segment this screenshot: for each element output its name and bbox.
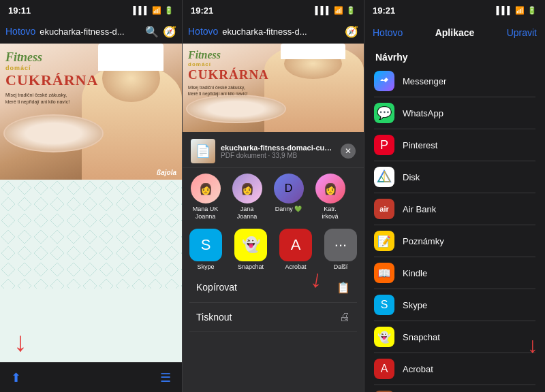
cukrarna-text-1: CUKRÁRNA bbox=[5, 71, 98, 89]
domaci-text-1: domácí bbox=[5, 65, 98, 71]
pattern-area-1: ↓ bbox=[0, 180, 182, 362]
fitness-text-1: Fitness bbox=[5, 50, 98, 65]
skype-list-icon: S bbox=[374, 295, 394, 315]
list-item-snapchat[interactable]: 👻 Snapchat bbox=[364, 321, 545, 353]
app-more[interactable]: ··· Další bbox=[324, 229, 357, 270]
status-bar-2: 19:21 ▌▌▌ 📶 🔋 bbox=[183, 0, 364, 19]
skype-list-name: Skype bbox=[403, 300, 427, 310]
snapchat-list-icon: 👻 bbox=[374, 327, 394, 347]
acrobat-list-icon: A bbox=[374, 359, 394, 379]
app-list: Messenger 💬 WhatsApp P Pinterest Disk bbox=[364, 65, 545, 392]
status-icons-1: ▌▌▌ 📶 🔋 bbox=[134, 6, 174, 15]
list-item-airbank[interactable]: air Air Bank bbox=[364, 193, 545, 225]
contact-name-danny: Danny 💚 bbox=[275, 206, 302, 213]
upravit-button[interactable]: Upravit bbox=[507, 27, 537, 38]
time-3: 19:21 bbox=[373, 5, 395, 16]
pinterest-name: Pinterest bbox=[403, 140, 437, 150]
section-header: Návrhy bbox=[364, 46, 545, 65]
back-button-1[interactable]: Hotovo bbox=[5, 26, 35, 37]
app-label-snapchat: Snapchat bbox=[238, 263, 264, 270]
file-info: ekucharka-fitness-domaci-cukra... PDF do… bbox=[221, 144, 335, 159]
search-icon-1[interactable]: 🔍 bbox=[145, 25, 159, 38]
status-icons-2: ▌▌▌ 📶 🔋 bbox=[315, 6, 356, 15]
disk-name: Disk bbox=[403, 172, 420, 182]
acrobat-icon: A bbox=[279, 229, 312, 261]
list-item-kindle[interactable]: 📖 Kindle bbox=[364, 257, 545, 289]
panel-3: 19:21 ▌▌▌ 📶 🔋 Hotovo Aplikace Upravit Ná… bbox=[364, 0, 545, 392]
contact-name-mana: Mana UKJoanna bbox=[193, 206, 219, 220]
more-icon: ··· bbox=[324, 229, 357, 261]
wifi-icon-3: 📶 bbox=[515, 6, 525, 15]
svg-marker-4 bbox=[384, 171, 390, 182]
wifi-icon-1: 📶 bbox=[152, 6, 161, 15]
copy-label: Kopírovat bbox=[196, 282, 237, 293]
print-label: Tisknout bbox=[196, 312, 232, 323]
svg-rect-1 bbox=[0, 180, 182, 289]
close-button[interactable]: ✕ bbox=[341, 144, 356, 159]
signal-icon-3: ▌▌▌ bbox=[497, 6, 512, 14]
list-item-skype[interactable]: S Skype bbox=[364, 289, 545, 321]
contact-name-katrina: Katr.irková bbox=[322, 206, 338, 220]
poznamky-list-icon: 📝 bbox=[374, 231, 394, 251]
pinterest-list-icon: P bbox=[374, 135, 394, 155]
contact-name-jana: JanaJoanna bbox=[237, 206, 258, 220]
kindle-name: Kindle bbox=[403, 268, 427, 278]
print-icon: 🖨 bbox=[339, 311, 350, 323]
bottom-toolbar-1: ⬆ ☰ bbox=[0, 362, 182, 392]
app-snapchat[interactable]: 👻 Snapchat bbox=[234, 229, 267, 270]
red-arrow-3: ↓ bbox=[527, 333, 538, 358]
list-icon-1[interactable]: ☰ bbox=[160, 370, 171, 385]
skype-icon: S bbox=[189, 229, 222, 261]
domaci-text-2: domácí bbox=[188, 61, 269, 67]
list-item-whatsapp[interactable]: 💬 WhatsApp bbox=[364, 97, 545, 129]
list-item-messenger[interactable]: Messenger bbox=[364, 65, 545, 97]
avatar-katrina: 👩 bbox=[315, 174, 345, 203]
app-skype[interactable]: S Skype bbox=[189, 229, 222, 270]
copy-action[interactable]: Kopírovat 📋 bbox=[189, 273, 357, 303]
app-label-skype: Skype bbox=[197, 263, 214, 270]
list-item-pinterest[interactable]: P Pinterest bbox=[364, 129, 545, 161]
app-acrobat[interactable]: A Acrobat bbox=[279, 229, 312, 270]
messenger-list-icon bbox=[374, 71, 394, 91]
logo-1: ßajola bbox=[157, 169, 176, 176]
nav-title-2: ekucharka-fitness-d... bbox=[222, 27, 341, 37]
poznamky-name: Poznámky bbox=[403, 236, 444, 246]
whatsapp-list-icon: 💬 bbox=[374, 103, 394, 123]
fitness-text-2: Fitness bbox=[188, 49, 269, 61]
contact-katrina[interactable]: 👩 Katr.irková bbox=[311, 174, 349, 220]
whatsapp-name: WhatsApp bbox=[403, 108, 443, 118]
red-arrow-2: ↓ bbox=[311, 265, 323, 293]
file-meta: PDF dokument · 33,9 MB bbox=[221, 152, 335, 159]
cukrarna-text-2: CUKRÁRNA bbox=[188, 67, 269, 82]
hotovo-button[interactable]: Hotovo bbox=[373, 27, 403, 38]
print-action[interactable]: Tisknout 🖨 bbox=[189, 303, 357, 332]
share-header: 📄 ekucharka-fitness-domaci-cukra... PDF … bbox=[183, 132, 364, 168]
compass-icon-2[interactable]: 🧭 bbox=[345, 25, 358, 38]
nav-bar-3: Hotovo Aplikace Upravit bbox=[364, 19, 545, 46]
snapchat-list-name: Snapchat bbox=[403, 332, 440, 342]
list-item-acrobat[interactable]: A Acrobat ↓ bbox=[364, 353, 545, 385]
subtitle-1: Mlsej tradiční české zákusky, které ti n… bbox=[5, 92, 98, 105]
share-actions: Kopírovat 📋 Tisknout 🖨 bbox=[183, 273, 364, 332]
battery-icon-3: 🔋 bbox=[527, 6, 537, 15]
contact-jana[interactable]: 👩 JanaJoanna bbox=[228, 174, 266, 220]
share-icon-1[interactable]: ⬆ bbox=[11, 370, 21, 385]
status-bar-3: 19:21 ▌▌▌ 📶 🔋 bbox=[364, 0, 545, 19]
contact-mana[interactable]: 👩 Mana UKJoanna bbox=[187, 174, 224, 220]
compass-icon-1[interactable]: 🧭 bbox=[163, 25, 176, 38]
signal-icon-1: ▌▌▌ bbox=[134, 6, 149, 14]
copy-icon: 📋 bbox=[337, 281, 350, 294]
file-name: ekucharka-fitness-domaci-cukra... bbox=[221, 144, 335, 152]
list-item-poznamky[interactable]: 📝 Poznámky bbox=[364, 225, 545, 257]
file-thumb: 📄 bbox=[191, 139, 215, 163]
snapchat-icon: 👻 bbox=[234, 229, 267, 261]
pattern-overlay bbox=[0, 180, 182, 362]
battery-icon-2: 🔋 bbox=[346, 6, 356, 15]
list-item-knihy[interactable]: 📚 Knihy bbox=[364, 385, 545, 392]
list-item-disk[interactable]: Disk bbox=[364, 161, 545, 193]
back-button-2[interactable]: Hotovo bbox=[188, 26, 218, 37]
nav-title-1: ekucharka-fitness-d... bbox=[40, 27, 141, 37]
kindle-list-icon: 📖 bbox=[374, 263, 394, 283]
contact-danny[interactable]: D Danny 💚 bbox=[270, 174, 307, 220]
app-label-acrobat: Acrobat bbox=[285, 263, 306, 270]
